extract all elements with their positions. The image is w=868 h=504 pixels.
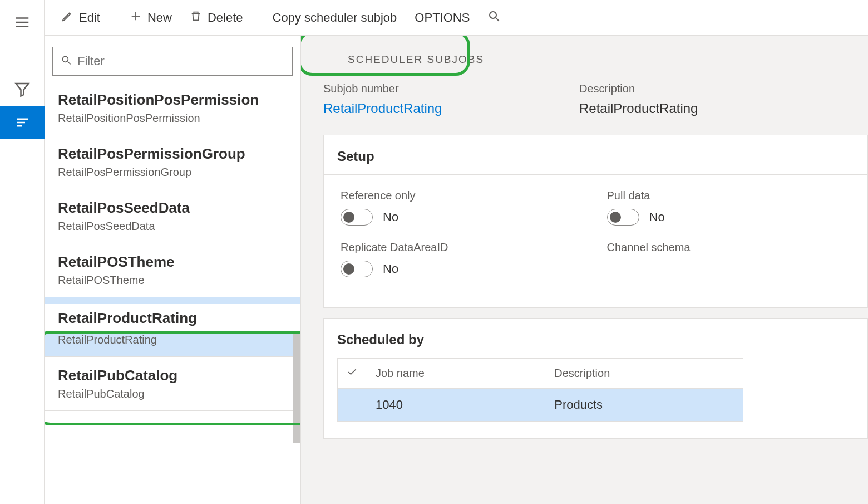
pencil-icon [61,10,73,26]
job-name-cell: 1040 [367,389,545,422]
reference-only-label: Reference only [341,189,585,202]
description-label: Description [579,82,802,95]
replicate-dataareaid-label: Replicate DataAreaID [341,241,585,254]
list-item-title: RetailPositionPosPermission [58,91,289,109]
setup-title: Setup [324,135,867,175]
reference-only-value: No [383,210,398,224]
filter-input[interactable] [77,54,284,68]
scheduled-by-table: Job name Description 1040Products [337,358,743,422]
job-desc-cell: Products [545,389,743,422]
svg-marker-3 [16,84,28,96]
list-item[interactable]: RetailPositionPosPermissionRetailPositio… [45,87,300,135]
new-label: New [147,11,172,25]
search-icon [61,55,72,68]
list-item[interactable]: RetailPubCatalogRetailPubCatalog [45,357,300,411]
nav-rail [0,0,45,504]
delete-label: Delete [208,11,243,25]
replicate-dataareaid-toggle[interactable] [341,261,373,277]
list-item-sub: RetailPosPermissionGroup [58,166,289,179]
replicate-dataareaid-value: No [383,262,398,276]
options-label: OPTIONS [415,11,470,25]
list-item[interactable]: RetailProductRatingRetailProductRating [45,297,300,357]
pull-data-value: No [649,210,665,224]
toolbar-divider [115,8,115,28]
list-item-title: RetailPosSeedData [58,199,289,217]
list-item[interactable]: RetailPosSeedDataRetailPosSeedData [45,189,300,243]
trash-icon [190,10,202,26]
pull-data-toggle[interactable] [607,209,639,226]
list-item-sub: RetailPubCatalog [58,388,289,400]
options-button[interactable]: OPTIONS [407,7,477,28]
toolbar-divider [258,8,258,28]
search-icon [487,9,501,26]
svg-line-12 [68,62,71,65]
plus-icon [130,10,142,26]
svg-point-9 [490,12,496,18]
detail-panel: SCHEDULER SUBJOBS Subjob number RetailPr… [300,36,868,504]
subjob-list-panel: RetailPositionPosPermissionRetailPositio… [45,36,300,504]
job-name-header[interactable]: Job name [367,359,545,389]
action-toolbar: Edit New Delete Copy scheduler subjob OP… [45,0,868,36]
subjob-number-value[interactable]: RetailProductRating [323,101,546,121]
description-value[interactable]: RetailProductRating [579,101,802,121]
hamburger-button[interactable] [0,6,45,39]
edit-label: Edit [79,11,100,25]
svg-point-11 [62,56,68,62]
table-row[interactable]: 1040Products [338,389,743,422]
list-item-sub: RetailPOSTheme [58,274,289,287]
reference-only-toggle[interactable] [341,209,373,226]
new-button[interactable]: New [122,7,180,29]
pull-data-label: Pull data [607,189,851,202]
filter-button[interactable] [0,72,45,106]
scheduled-by-card: Scheduled by Job name Description [323,318,868,439]
checkmark-column[interactable] [338,359,367,389]
list-view-button[interactable] [0,106,45,139]
copy-subjob-button[interactable]: Copy scheduler subjob [265,7,405,28]
row-check-cell[interactable] [338,389,367,422]
scheduled-by-title: Scheduled by [324,319,867,358]
setup-card: Setup Reference only No Pull data [323,135,868,308]
list-item[interactable]: RetailPOSThemeRetailPOSTheme [45,243,300,297]
svg-line-10 [496,18,499,21]
search-button[interactable] [480,6,509,30]
channel-schema-field[interactable] [607,268,807,288]
list-item-title: RetailPOSTheme [58,253,289,271]
list-item-sub: RetailPosSeedData [58,220,289,233]
description-header[interactable]: Description [545,359,743,389]
copy-label: Copy scheduler subjob [273,11,397,25]
scrollbar-thumb[interactable] [293,332,300,443]
delete-button[interactable]: Delete [182,7,251,29]
list-item-title: RetailProductRating [58,310,300,327]
edit-button[interactable]: Edit [53,7,108,29]
channel-schema-label: Channel schema [607,241,851,254]
breadcrumb: SCHEDULER SUBJOBS [348,53,846,66]
list-item-sub: RetailProductRating [58,334,289,346]
subjob-number-label: Subjob number [323,82,546,95]
list-item[interactable]: RetailPosPermissionGroupRetailPosPermiss… [45,135,300,189]
list-item-sub: RetailPositionPosPermission [58,112,289,125]
list-item-title: RetailPosPermissionGroup [58,145,289,163]
list-item-title: RetailPubCatalog [58,367,289,384]
filter-box[interactable] [52,47,293,76]
